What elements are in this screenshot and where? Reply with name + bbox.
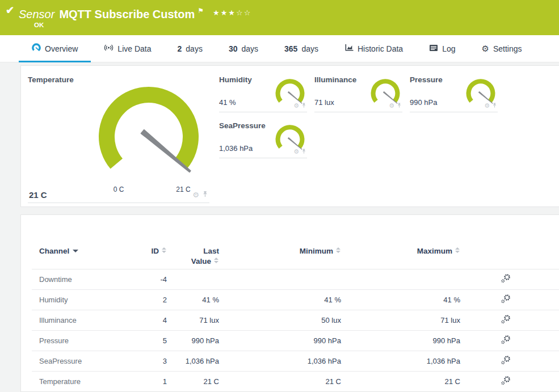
channel-id-cell: 2 [113,290,167,310]
channel-settings-gears-icon[interactable] [501,359,511,367]
table-row[interactable]: SeaPressure 3 1,036 hPa 1,036 hPa 1,036 … [32,351,559,372]
minimum-cell: 990 hPa [219,331,341,351]
channel-settings-cell [460,290,551,310]
gauge-settings-gear-icon[interactable]: ⚙ [192,191,199,199]
tab-label: Overview [45,44,78,53]
pin-icon[interactable] [397,100,402,111]
broadcast-icon [104,43,114,54]
gauge-settings-gear-icon[interactable]: ⚙ [484,103,490,109]
row-filler [551,351,559,372]
row-filler [551,290,559,310]
minimum-cell [219,269,341,290]
maximum-cell: 71 lux [341,310,460,331]
last-value-cell: 990 hPa [167,331,219,351]
tab-2-days[interactable]: 2 days [165,35,216,62]
channel-settings-gears-icon[interactable] [501,318,511,326]
channel-settings-gears-icon[interactable] [501,277,511,285]
flag-icon[interactable]: ⚑ [197,7,204,15]
area-chart-icon [344,44,354,53]
priority-stars[interactable]: ★★★☆☆ [213,9,251,17]
gauge-value: 990 hPa [410,98,437,107]
channel-settings-cell [460,331,551,351]
tab-historic-data[interactable]: Historic Data [331,35,416,62]
gauge-settings-gear-icon[interactable]: ⚙ [293,149,299,155]
column-header-minimum[interactable]: Minimum [219,246,341,269]
log-icon [429,44,438,53]
gauge-value: 41 % [219,98,236,107]
maximum-cell: 1,036 hPa [341,351,460,372]
column-header-last-value[interactable]: Last Value [167,246,219,269]
table-row[interactable]: Temperature 1 21 C 21 C 21 C [32,372,559,392]
last-value-cell: 1,036 hPa [167,351,219,372]
gauge-value: 71 lux [314,98,334,107]
pin-icon[interactable] [202,189,208,200]
gauge-settings-gear-icon[interactable]: ⚙ [293,103,299,109]
minimum-cell: 50 lux [219,310,341,331]
tab-label: days [301,44,318,53]
sort-desc-icon [73,250,78,252]
tab-settings[interactable]: ⚙ Settings [468,35,535,62]
pin-icon[interactable] [301,146,306,157]
channels-panel: Channel ID Last Value Minimum Maximum [20,214,559,392]
tab-live-data[interactable]: Live Data [91,35,164,62]
tab-label: Live Data [117,44,151,53]
gauge-icon [32,43,41,54]
table-row[interactable]: Downtime -4 [32,269,559,290]
sensor-title: MQTT Subscribe Custom [59,8,195,20]
sensor-type-label: Sensor [19,8,54,20]
maximum-cell: 21 C [341,372,460,392]
maximum-cell: 41 % [341,290,460,310]
last-value-cell [167,269,219,290]
gauge-value: 21 C [29,190,47,200]
channel-id-cell: 5 [113,331,167,351]
channel-settings-cell [460,310,551,331]
column-header-id[interactable]: ID [113,246,167,269]
column-header-actions [460,246,551,269]
column-header-channel[interactable]: Channel [32,246,113,269]
gear-icon: ⚙ [481,44,489,53]
table-row[interactable]: Pressure 5 990 hPa 990 hPa 990 hPa [32,331,559,351]
pin-icon[interactable] [301,100,306,111]
minimum-cell: 1,036 hPa [219,351,341,372]
tab-bar: Overview Live Data 2 days 30 days 365 da… [0,35,559,62]
last-value-cell: 21 C [167,372,219,392]
gauge-title: Temperature [28,70,209,84]
channel-name-cell: Pressure [32,331,113,351]
gauge-scale-min: 0 C [106,186,131,193]
column-header-maximum[interactable]: Maximum [341,246,460,269]
pin-icon[interactable] [492,100,497,111]
minimum-cell: 41 % [219,290,341,310]
maximum-cell: 990 hPa [341,331,460,351]
tab-number: 365 [284,44,297,53]
tab-30-days[interactable]: 30 days [216,35,271,62]
channel-id-cell: 4 [113,310,167,331]
gauge-value: 1,036 hPa [219,144,253,153]
tab-number: 30 [229,44,238,53]
tab-overview[interactable]: Overview [19,35,91,62]
gauge-tile: Humidity 41 % ⚙ [219,70,307,112]
overview-content: Temperature 0 C 21 C 21 C ⚙ Humidity 41 … [0,62,559,392]
gauge-tile: Illuminance 71 lux ⚙ [314,70,402,112]
channel-settings-cell [460,351,551,372]
channel-settings-gears-icon[interactable] [501,297,511,306]
channel-settings-cell [460,372,551,392]
table-row[interactable]: Humidity 2 41 % 41 % 41 % [32,290,559,310]
tab-label: Settings [493,44,522,53]
gauge-settings-gear-icon[interactable]: ⚙ [389,103,394,109]
tab-label: days [186,44,203,53]
gauge-tile: SeaPressure 1,036 hPa ⚙ [219,116,307,158]
sensor-header: ✔ SensorMQTT Subscribe Custom⚑★★★☆☆ OK [0,0,559,35]
sort-icon [214,258,219,264]
row-filler [551,269,559,290]
channel-id-cell: 1 [113,372,167,392]
channel-settings-gears-icon[interactable] [501,338,511,347]
table-row[interactable]: Illuminance 4 71 lux 50 lux 71 lux [32,310,559,331]
status-badge: OK [34,22,559,28]
maximum-cell [341,269,460,290]
channel-name-cell: Temperature [32,372,113,392]
tab-365-days[interactable]: 365 days [271,35,331,62]
tab-log[interactable]: Log [416,35,468,62]
row-filler [551,331,559,351]
channel-settings-gears-icon[interactable] [501,379,511,387]
channel-id-cell: -4 [113,269,167,290]
